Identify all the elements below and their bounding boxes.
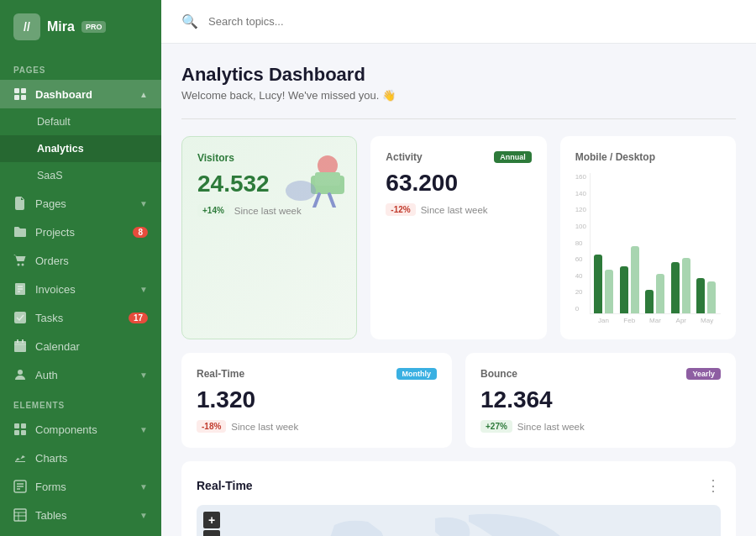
realtime-value: 1.320 xyxy=(197,386,437,413)
x-label-apr: Apr xyxy=(670,317,691,324)
section-label-elements: ELEMENTS xyxy=(0,389,161,415)
tasks-badge: 17 xyxy=(129,313,148,323)
sidebar-item-pages[interactable]: Pages ▼ xyxy=(0,189,161,218)
sidebar-item-tables[interactable]: Tables ▼ xyxy=(0,501,161,529)
sidebar-item-calendar[interactable]: Calendar xyxy=(0,332,161,360)
sidebar-item-tasks[interactable]: Tasks 17 xyxy=(0,303,161,332)
svg-rect-34 xyxy=(315,172,340,186)
bar-group-mar xyxy=(645,274,666,313)
mobile-desktop-title: Mobile / Desktop xyxy=(575,151,721,163)
sidebar-item-analytics[interactable]: Analytics xyxy=(0,135,161,162)
bounce-label: Bounce xyxy=(480,368,721,380)
sidebar-item-forms-label: Forms xyxy=(35,481,66,493)
sidebar-item-invoices-label: Invoices xyxy=(35,283,76,296)
sidebar-item-pages-label: Pages xyxy=(35,197,66,210)
stat-card-mobile-desktop: Mobile / Desktop 160 140 120 100 80 60 4… xyxy=(560,136,736,339)
map-title: Real-Time xyxy=(197,479,253,492)
y-label-60: 60 xyxy=(575,255,586,263)
svg-point-5 xyxy=(22,264,24,266)
svg-rect-2 xyxy=(14,95,19,100)
y-label-100: 100 xyxy=(575,223,586,230)
svg-rect-20 xyxy=(15,461,25,462)
x-axis-labels: Jan Feb Mar Apr May xyxy=(590,314,721,324)
chart-icon xyxy=(13,451,27,465)
bar-group-apr xyxy=(671,258,692,313)
stat-card-visitors: Visitors 24.532 +14% Since last week xyxy=(181,136,357,339)
table-icon xyxy=(13,508,27,522)
svg-point-4 xyxy=(18,264,20,266)
cart-icon xyxy=(13,254,27,267)
y-label-140: 140 xyxy=(575,190,586,197)
search-input[interactable] xyxy=(208,15,736,28)
sidebar-item-icons[interactable]: Icons ▼ xyxy=(0,529,161,536)
folder-icon xyxy=(13,225,27,239)
chart-area: Jan Feb Mar Apr May xyxy=(590,173,721,324)
calendar-icon xyxy=(13,339,27,353)
person-icon xyxy=(13,368,27,381)
projects-badge: 8 xyxy=(133,227,148,238)
bar-may-light xyxy=(707,281,716,313)
realtime-badge: Monthly xyxy=(396,368,438,380)
sidebar-item-dashboard[interactable]: Dashboard ▲ xyxy=(0,80,161,108)
sidebar-item-auth-label: Auth xyxy=(35,369,58,381)
sidebar-logo: // Mira PRO xyxy=(0,0,161,54)
sidebar-item-saas[interactable]: SaaS xyxy=(0,162,161,189)
x-label-mar: Mar xyxy=(645,317,666,324)
x-label-feb: Feb xyxy=(619,317,640,324)
visitors-illustration xyxy=(277,140,353,220)
svg-rect-11 xyxy=(14,341,26,352)
map-zoom-out-button[interactable]: − xyxy=(203,530,220,536)
bar-mar-dark xyxy=(645,290,654,313)
bar-may-dark xyxy=(696,278,705,313)
bar-mar-light xyxy=(656,274,664,313)
bar-apr-light xyxy=(682,258,690,313)
section-label-pages: PAGES xyxy=(0,54,161,80)
sidebar-item-orders-label: Orders xyxy=(35,255,69,267)
sidebar-item-components-label: Components xyxy=(35,423,97,436)
activity-badge: Annual xyxy=(494,151,532,163)
logo-text: Mira xyxy=(47,19,75,34)
sidebar-item-charts[interactable]: Charts xyxy=(0,444,161,472)
activity-value: 63.200 xyxy=(386,170,531,197)
content-divider xyxy=(181,118,736,119)
sidebar-item-invoices[interactable]: Invoices ▼ xyxy=(0,275,161,303)
map-header: Real-Time ⋮ xyxy=(197,476,721,495)
sidebar-item-orders[interactable]: Orders xyxy=(0,246,161,275)
grid-icon xyxy=(13,87,27,101)
svg-line-36 xyxy=(314,194,319,208)
stats-grid-top: Visitors 24.532 +14% Since last week xyxy=(181,136,736,339)
visitors-change: +14% xyxy=(197,204,229,217)
content-area: Analytics Dashboard Welcome back, Lucy! … xyxy=(161,44,756,536)
form-icon xyxy=(13,480,27,493)
sidebar-item-projects[interactable]: Projects 8 xyxy=(0,218,161,246)
sidebar-item-components[interactable]: Components ▼ xyxy=(0,415,161,444)
sidebar-item-projects-label: Projects xyxy=(35,226,75,239)
svg-rect-10 xyxy=(14,312,26,323)
map-menu-icon[interactable]: ⋮ xyxy=(706,476,721,495)
map-zoom-in-button[interactable]: + xyxy=(203,512,220,528)
svg-rect-25 xyxy=(14,509,26,521)
sidebar-item-default-label: Default xyxy=(37,116,71,128)
sidebar-item-charts-label: Charts xyxy=(35,452,67,465)
stat-card-realtime: Real-Time Monthly 1.320 -18% Since last … xyxy=(181,353,452,448)
sidebar-item-forms[interactable]: Forms ▼ xyxy=(0,472,161,501)
svg-rect-18 xyxy=(14,430,19,435)
activity-change: -12% xyxy=(386,203,415,216)
logo-icon: // xyxy=(13,13,40,40)
chevron-up-icon: ▲ xyxy=(139,90,148,99)
map-controls: + − xyxy=(203,512,220,536)
sidebar-scroll: PAGES Dashboard ▲ Default Analytics SaaS… xyxy=(0,54,161,536)
sidebar: // Mira PRO PAGES Dashboard ▲ Default An… xyxy=(0,0,161,536)
sidebar-item-default[interactable]: Default xyxy=(0,108,161,135)
map-container: + − xyxy=(197,505,721,536)
bounce-badge: Yearly xyxy=(686,368,721,380)
main-area: 🔍 Analytics Dashboard Welcome back, Lucy… xyxy=(161,0,756,536)
y-label-40: 40 xyxy=(575,272,586,280)
page-title: Analytics Dashboard xyxy=(181,64,736,86)
y-label-80: 80 xyxy=(575,239,586,247)
svg-point-35 xyxy=(286,181,316,201)
sidebar-item-auth[interactable]: Auth ▼ xyxy=(0,360,161,389)
chevron-down-icon: ▼ xyxy=(139,199,148,208)
realtime-footer: -18% Since last week xyxy=(197,420,437,433)
sidebar-item-analytics-label: Analytics xyxy=(37,143,84,155)
